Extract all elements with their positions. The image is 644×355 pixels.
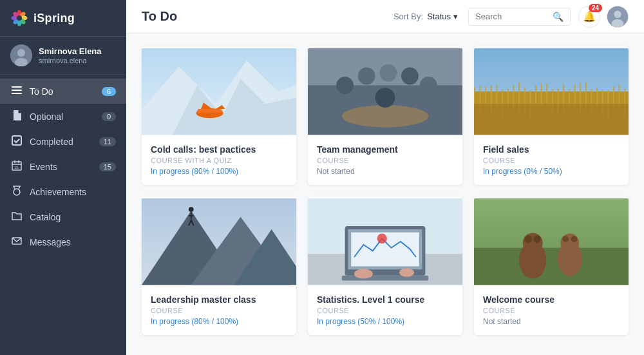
card-body: Statistics. Level 1 course COURSE In pro… xyxy=(308,287,462,335)
svg-point-42 xyxy=(420,77,437,94)
user-profile[interactable]: Smirnova Elena smirnova.elena xyxy=(0,37,126,75)
svg-rect-59 xyxy=(546,84,547,103)
sidebar-badge: 15 xyxy=(99,162,116,171)
sidebar-item-completed[interactable]: Completed 11 xyxy=(0,129,126,154)
doc-icon xyxy=(10,110,23,122)
svg-marker-32 xyxy=(196,109,223,113)
chevron-down-icon: ▾ xyxy=(453,12,458,21)
cards-grid: Cold calls: best pactices COURSE WITH A … xyxy=(142,46,629,335)
sidebar-item-label: Events xyxy=(30,162,99,172)
card-image-card1 xyxy=(142,46,296,137)
svg-point-25 xyxy=(614,10,621,17)
card-type: COURSE xyxy=(317,307,453,314)
card-title: Field sales xyxy=(483,144,620,155)
search-box[interactable]: 🔍 xyxy=(468,8,571,26)
page-title: To Do xyxy=(142,9,393,24)
svg-rect-14 xyxy=(12,90,22,91)
card-card6[interactable]: Welcome course COURSE Not started xyxy=(474,197,629,335)
card-image-card3 xyxy=(474,46,629,137)
content-area: Cold calls: best pactices COURSE WITH A … xyxy=(126,34,644,355)
sidebar-item-label: Optional xyxy=(30,111,102,122)
card-type: COURSE xyxy=(151,307,287,314)
card-image-card6 xyxy=(474,197,629,287)
sidebar-item-messages[interactable]: Messages xyxy=(0,229,126,254)
svg-point-43 xyxy=(375,88,395,108)
sidebar-item-events[interactable]: 15 Events 15 xyxy=(0,154,126,179)
card-card3[interactable]: Field sales COURSE In progress (0% / 50%… xyxy=(474,46,629,185)
card-title: Cold calls: best pactices xyxy=(151,144,287,155)
sidebar-item-label: Achievements xyxy=(30,187,116,197)
avatar-sidebar xyxy=(10,44,32,66)
main-area: To Do Sort By: Status ▾ 🔍 🔔 24 xyxy=(126,0,644,355)
svg-rect-48 xyxy=(485,86,486,105)
bell-icon: 🔔 xyxy=(583,10,596,23)
card-body: Cold calls: best pactices COURSE WITH A … xyxy=(142,137,296,185)
card-body: Field sales COURSE In progress (0% / 50%… xyxy=(474,137,629,185)
svg-point-37 xyxy=(342,105,428,128)
sidebar-badge: 0 xyxy=(102,112,116,121)
sidebar-item-achievements[interactable]: Achievements xyxy=(0,179,126,204)
svg-rect-57 xyxy=(535,85,536,104)
search-icon[interactable]: 🔍 xyxy=(553,12,564,22)
card-type: COURSE WITH A QUIZ xyxy=(151,157,287,164)
card-body: Team management COURSE Not started xyxy=(308,137,462,185)
svg-point-41 xyxy=(401,68,419,85)
card-image-card2 xyxy=(308,46,462,137)
logo-container: iSpring xyxy=(0,0,126,37)
sidebar-badge: 6 xyxy=(102,87,116,96)
sidebar-item-label: Completed xyxy=(30,137,99,147)
svg-point-102 xyxy=(560,234,579,253)
avatar-header[interactable] xyxy=(607,6,629,28)
svg-point-81 xyxy=(189,207,194,212)
check-icon xyxy=(10,135,23,148)
svg-point-9 xyxy=(17,15,22,21)
card-image-card4 xyxy=(142,197,296,287)
sidebar-item-label: Catalog xyxy=(30,212,116,222)
card-title: Leadership master class xyxy=(151,294,287,305)
card-card5[interactable]: Statistics. Level 1 course COURSE In pro… xyxy=(308,197,462,335)
card-status: In progress (50% / 100%) xyxy=(317,317,453,326)
svg-point-103 xyxy=(562,236,569,242)
sort-by-container: Sort By: Status ▾ xyxy=(393,12,458,21)
notification-button[interactable]: 🔔 24 xyxy=(578,6,600,28)
svg-point-100 xyxy=(533,235,541,243)
calendar-icon: 15 xyxy=(10,160,23,173)
sort-by-value[interactable]: Status ▾ xyxy=(427,12,458,21)
svg-rect-15 xyxy=(12,93,22,94)
svg-point-26 xyxy=(612,19,624,27)
svg-rect-68 xyxy=(596,88,598,106)
card-title: Team management xyxy=(317,144,453,155)
card-image-card5 xyxy=(308,197,462,287)
sidebar-item-optional[interactable]: Optional 0 xyxy=(0,104,126,129)
search-input[interactable] xyxy=(475,12,553,21)
card-card4[interactable]: Leadership master class COURSE In progre… xyxy=(142,197,296,335)
svg-point-93 xyxy=(354,269,373,278)
sidebar-item-todo[interactable]: To Do 6 xyxy=(0,79,126,104)
user-username: smirnova.elena xyxy=(39,57,102,64)
card-title: Statistics. Level 1 course xyxy=(317,294,453,305)
card-title: Welcome course xyxy=(483,294,620,305)
logo-text: iSpring xyxy=(33,12,75,25)
svg-point-104 xyxy=(571,236,578,242)
card-body: Welcome course COURSE Not started xyxy=(474,287,629,335)
svg-point-98 xyxy=(523,233,543,253)
card-card2[interactable]: Team management COURSE Not started xyxy=(308,46,462,185)
sidebar-item-label: Messages xyxy=(30,237,116,247)
card-type: COURSE xyxy=(483,307,620,314)
sidebar-badge: 11 xyxy=(99,137,116,146)
svg-point-40 xyxy=(379,64,397,82)
card-status: In progress (0% / 50%) xyxy=(483,167,620,176)
card-status: In progress (80% / 100%) xyxy=(151,167,287,176)
sidebar-item-catalog[interactable]: Catalog xyxy=(0,204,126,229)
header: To Do Sort By: Status ▾ 🔍 🔔 24 xyxy=(126,0,644,34)
ispring-logo-icon xyxy=(10,9,28,27)
envelope-icon xyxy=(10,236,23,248)
sidebar-nav: To Do 6 Optional 0 Completed 11 15 Event… xyxy=(0,75,126,355)
svg-rect-13 xyxy=(12,86,22,88)
sort-by-label: Sort By: xyxy=(393,12,423,21)
card-card1[interactable]: Cold calls: best pactices COURSE WITH A … xyxy=(142,46,296,185)
svg-rect-58 xyxy=(541,84,542,106)
card-body: Leadership master class COURSE In progre… xyxy=(142,287,296,335)
card-type: COURSE xyxy=(483,157,620,164)
svg-rect-92 xyxy=(342,276,428,281)
